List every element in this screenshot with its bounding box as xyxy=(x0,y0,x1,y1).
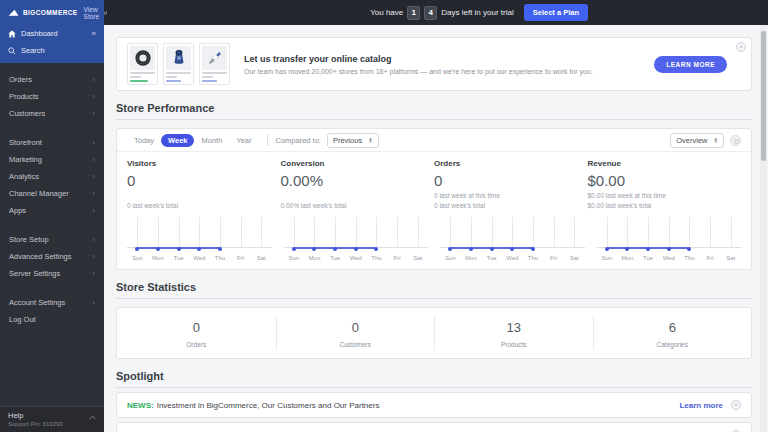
mini-chart: SunMonTueWedThuFriSat xyxy=(440,215,585,261)
stat-customers: 0 Customers xyxy=(276,316,435,350)
product-price-line xyxy=(202,76,213,78)
close-icon[interactable]: × xyxy=(736,42,746,52)
sidebar-nav: Orders› Products› Customers› Storefront›… xyxy=(0,63,104,328)
metric-label: Visitors xyxy=(127,159,273,168)
sidebar-item-dashboard[interactable]: Dashboard « xyxy=(0,25,104,42)
chart-gridline xyxy=(450,217,451,248)
chart-gridline xyxy=(220,217,221,248)
chart-gridline xyxy=(137,217,138,248)
product-status-line xyxy=(130,80,148,82)
stat-orders: 0 Orders xyxy=(117,316,276,350)
learn-more-button[interactable]: LEARN MORE xyxy=(654,56,727,73)
chart-data-point xyxy=(312,247,316,251)
view-store-link[interactable]: View Store xyxy=(84,6,108,20)
metric-subline: 0 last week at this time xyxy=(434,192,580,199)
product-card-tire xyxy=(127,43,158,85)
chart-data-point xyxy=(469,247,473,251)
tab-week[interactable]: Week xyxy=(161,134,194,147)
trial-digit: 4 xyxy=(424,6,437,20)
chart-data-point xyxy=(177,247,181,251)
scrollbar-thumb[interactable] xyxy=(761,31,766,161)
chart-gridline xyxy=(669,217,670,248)
chevron-right-icon: › xyxy=(92,155,95,164)
chevron-right-icon: › xyxy=(92,206,95,215)
product-price-line xyxy=(130,76,141,78)
chart-data-point xyxy=(687,247,691,251)
support-pin: Support Pin: 613293 xyxy=(8,421,96,427)
nav-group-gap xyxy=(0,282,104,294)
sidebar-item-advanced-settings[interactable]: Advanced Settings› xyxy=(0,248,104,265)
metric-value: 0 xyxy=(127,172,273,189)
stepper-icon: ▲▼ xyxy=(714,137,718,144)
mini-chart: SunMonTueWedThuFriSat xyxy=(597,215,742,261)
news-tag: NEWS: xyxy=(127,401,154,410)
chart-grid: SunMonTueWedThuFriSat xyxy=(284,215,429,261)
product-title-line xyxy=(130,72,155,74)
chart-day-label: Wed xyxy=(350,255,362,261)
chevron-up-icon xyxy=(89,415,96,420)
sidebar-item-analytics[interactable]: Analytics› xyxy=(0,168,104,185)
metric-label: Revenue xyxy=(588,159,734,168)
chart-day-label: Fri xyxy=(550,255,557,261)
chart-day-label: Tue xyxy=(174,255,184,261)
stat-categories: 6 Categories xyxy=(593,316,752,350)
metrics-row: Visitors 0 0 last week's total Conversio… xyxy=(117,152,751,211)
spotlight-item: NEWS:BigCommerce begins offering Akamai'… xyxy=(116,422,752,432)
chart-data-point xyxy=(625,247,629,251)
metric-subline: 0.00% last week's total xyxy=(281,202,427,209)
metric-value: 0 xyxy=(434,172,580,189)
sidebar-item-products[interactable]: Products› xyxy=(0,88,104,105)
help-title: Help xyxy=(8,411,96,420)
sidebar-item-apps[interactable]: Apps› xyxy=(0,202,104,219)
tab-year[interactable]: Year xyxy=(229,134,258,147)
sidebar-item-store-setup[interactable]: Store Setup› xyxy=(0,231,104,248)
sidebar-item-customers[interactable]: Customers› xyxy=(0,105,104,122)
chart-day-label: Mon xyxy=(152,255,164,261)
chart-gridline xyxy=(648,217,649,248)
stat-label: Orders xyxy=(117,341,276,348)
tab-today[interactable]: Today xyxy=(127,134,161,147)
chart-gridline xyxy=(179,217,180,248)
brand-name: BIGCOMMERCE xyxy=(23,9,78,16)
product-price-line xyxy=(166,76,177,78)
chart-grid: SunMonTueWedThuFriSat xyxy=(127,215,272,261)
chart-day-label: Tue xyxy=(643,255,653,261)
stat-value: 0 xyxy=(277,320,435,335)
chart-day-label: Mon xyxy=(309,255,321,261)
sidebar-item-log-out[interactable]: Log Out xyxy=(0,311,104,328)
help-panel[interactable]: Help Support Pin: 613293 xyxy=(0,406,104,432)
sidebar-item-search[interactable]: Search xyxy=(0,42,104,59)
compared-to-label: Compared to: xyxy=(276,136,321,145)
banner-text: Let us transfer your online catalog Our … xyxy=(244,54,593,75)
learn-more-link[interactable]: Learn more xyxy=(679,401,723,410)
logo-row: BIGCOMMERCE View Store xyxy=(0,0,104,25)
sidebar-item-orders[interactable]: Orders› xyxy=(0,71,104,88)
chart-data-point xyxy=(374,247,378,251)
sidebar-item-server-settings[interactable]: Server Settings› xyxy=(0,265,104,282)
chart-day-label: Thu xyxy=(528,255,538,261)
main-content: Let us transfer your online catalog Our … xyxy=(104,25,768,432)
scrollbar[interactable] xyxy=(760,25,767,432)
divider xyxy=(267,134,268,146)
sidebar-item-storefront[interactable]: Storefront› xyxy=(0,134,104,151)
trial-digit: 1 xyxy=(407,6,420,20)
tab-month[interactable]: Month xyxy=(194,134,229,147)
performance-controls: Today Week Month Year Compared to: Previ… xyxy=(117,129,751,152)
dismiss-icon[interactable]: × xyxy=(731,400,741,410)
chart-day-label: Thu xyxy=(215,255,225,261)
collapse-sidebar-icon[interactable]: « xyxy=(92,29,96,38)
chart-data-point xyxy=(197,247,201,251)
view-select[interactable]: Overview ▲▼ xyxy=(670,133,724,148)
chevron-right-icon: › xyxy=(92,138,95,147)
chart-data-point xyxy=(156,247,160,251)
trial-prefix: You have xyxy=(370,8,403,17)
stat-label: Customers xyxy=(277,341,435,348)
sidebar-item-marketing[interactable]: Marketing› xyxy=(0,151,104,168)
sidebar-item-account-settings[interactable]: Account Settings› xyxy=(0,294,104,311)
chevron-right-icon: › xyxy=(92,235,95,244)
compared-to-select[interactable]: Previous ▲▼ xyxy=(327,133,379,148)
stat-label: Products xyxy=(435,341,593,348)
gear-icon[interactable] xyxy=(730,135,741,146)
select-plan-button[interactable]: Select a Plan xyxy=(524,4,588,21)
sidebar-item-channel-manager[interactable]: Channel Manager› xyxy=(0,185,104,202)
